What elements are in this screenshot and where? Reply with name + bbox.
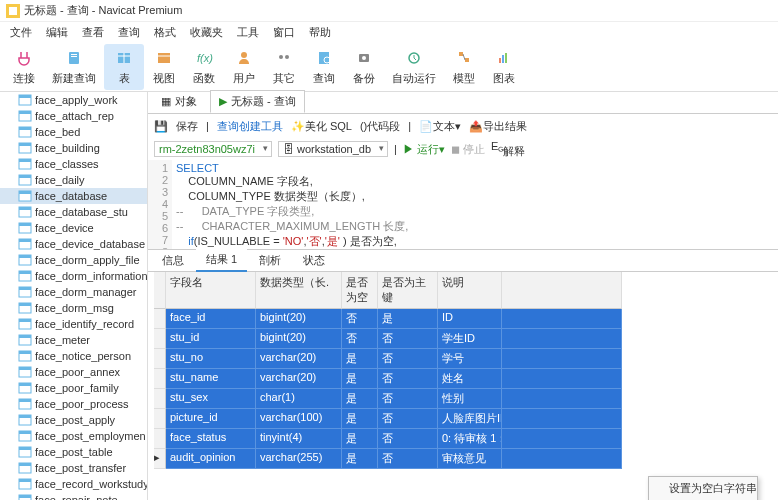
tool-other[interactable]: 其它: [264, 44, 304, 90]
col-header[interactable]: 说明: [438, 272, 502, 309]
run-button[interactable]: ▶ 运行▾: [403, 142, 445, 157]
grid-cell[interactable]: char(1): [256, 389, 342, 409]
tree-item[interactable]: face_device: [0, 220, 147, 236]
tree-item[interactable]: face_post_apply: [0, 412, 147, 428]
tab-profile[interactable]: 剖析: [249, 250, 291, 271]
col-header[interactable]: 是否为主键: [378, 272, 438, 309]
grid-cell[interactable]: 学号: [438, 349, 502, 369]
sql-editor[interactable]: 123456789 SELECT COLUMN_NAME 字段名, COLUMN…: [148, 160, 778, 250]
tree-item[interactable]: face_notice_person: [0, 348, 147, 364]
row-header[interactable]: [154, 389, 166, 409]
tree-item[interactable]: face_poor_process: [0, 396, 147, 412]
tree-item[interactable]: face_post_table: [0, 444, 147, 460]
row-header[interactable]: [154, 309, 166, 329]
menu-window[interactable]: 窗口: [267, 23, 301, 42]
tree-item[interactable]: face_classes: [0, 156, 147, 172]
tree-item[interactable]: face_database: [0, 188, 147, 204]
grid-cell[interactable]: stu_name: [166, 369, 256, 389]
grid-cell[interactable]: bigint(20): [256, 309, 342, 329]
grid-cell[interactable]: 是: [342, 349, 378, 369]
grid-cell[interactable]: 人脸库图片ID: [438, 409, 502, 429]
col-header[interactable]: 是否为空: [342, 272, 378, 309]
tab-objects[interactable]: ▦ 对象: [152, 90, 206, 113]
col-header[interactable]: 数据类型（长.: [256, 272, 342, 309]
menu-tools[interactable]: 工具: [231, 23, 265, 42]
tree-item[interactable]: face_post_employmen: [0, 428, 147, 444]
tree-item[interactable]: face_attach_rep: [0, 108, 147, 124]
menu-edit[interactable]: 编辑: [40, 23, 74, 42]
save-button[interactable]: 保存: [176, 119, 198, 134]
tool-user[interactable]: 用户: [224, 44, 264, 90]
grid-cell[interactable]: 是: [342, 369, 378, 389]
menu-help[interactable]: 帮助: [303, 23, 337, 42]
tool-query[interactable]: 查询: [304, 44, 344, 90]
tree-item[interactable]: face_identify_record: [0, 316, 147, 332]
row-header[interactable]: [154, 329, 166, 349]
tool-model[interactable]: 模型: [444, 44, 484, 90]
tree-item[interactable]: face_poor_family: [0, 380, 147, 396]
tree-item[interactable]: face_dorm_manager: [0, 284, 147, 300]
tab-query[interactable]: ▶ 无标题 - 查询: [210, 90, 305, 113]
grid-cell[interactable]: 否: [378, 349, 438, 369]
tool-view[interactable]: 视图: [144, 44, 184, 90]
tab-status[interactable]: 状态: [293, 250, 335, 271]
grid-cell[interactable]: 否: [342, 329, 378, 349]
grid-cell[interactable]: 否: [378, 389, 438, 409]
text-button[interactable]: 📄文本▾: [419, 119, 461, 134]
tool-sheet[interactable]: 新建查询: [44, 44, 104, 90]
grid-cell[interactable]: varchar(20): [256, 349, 342, 369]
grid-cell[interactable]: varchar(255): [256, 449, 342, 469]
grid-cell[interactable]: 审核意见: [438, 449, 502, 469]
database-combo[interactable]: 🗄 workstation_db: [278, 141, 388, 157]
tree-item[interactable]: face_daily: [0, 172, 147, 188]
tree-item[interactable]: face_dorm_information: [0, 268, 147, 284]
tree-item[interactable]: face_building: [0, 140, 147, 156]
sql-code[interactable]: SELECT COLUMN_NAME 字段名, COLUMN_TYPE 数据类型…: [172, 160, 420, 249]
menu-format[interactable]: 格式: [148, 23, 182, 42]
row-header[interactable]: [154, 429, 166, 449]
row-header[interactable]: ▸: [154, 449, 166, 469]
row-header[interactable]: [154, 369, 166, 389]
grid-cell[interactable]: face_status: [166, 429, 256, 449]
grid-cell[interactable]: 否: [378, 329, 438, 349]
tool-plug[interactable]: 连接: [4, 44, 44, 90]
tree-item[interactable]: face_device_database: [0, 236, 147, 252]
grid-cell[interactable]: tinyint(4): [256, 429, 342, 449]
menu-query[interactable]: 查询: [112, 23, 146, 42]
grid-cell[interactable]: 是: [378, 309, 438, 329]
grid-cell[interactable]: 姓名: [438, 369, 502, 389]
tree-item[interactable]: face_apply_work: [0, 92, 147, 108]
tree-item[interactable]: face_dorm_msg: [0, 300, 147, 316]
grid-cell[interactable]: picture_id: [166, 409, 256, 429]
grid-cell[interactable]: bigint(20): [256, 329, 342, 349]
tool-fx[interactable]: f(x)函数: [184, 44, 224, 90]
row-header[interactable]: [154, 349, 166, 369]
menu-file[interactable]: 文件: [4, 23, 38, 42]
grid-cell[interactable]: 是: [342, 429, 378, 449]
snippet-button[interactable]: ()代码段: [360, 119, 400, 134]
export-button[interactable]: 📤导出结果: [469, 119, 527, 134]
tree-item[interactable]: face_record_workstudy: [0, 476, 147, 492]
menu-view[interactable]: 查看: [76, 23, 110, 42]
col-header[interactable]: 字段名: [166, 272, 256, 309]
grid-cell[interactable]: stu_no: [166, 349, 256, 369]
grid-cell[interactable]: audit_opinion: [166, 449, 256, 469]
grid-cell[interactable]: stu_id: [166, 329, 256, 349]
grid-cell[interactable]: 性别: [438, 389, 502, 409]
tree-item[interactable]: face_poor_annex: [0, 364, 147, 380]
grid-cell[interactable]: 否: [378, 369, 438, 389]
grid-cell[interactable]: varchar(20): [256, 369, 342, 389]
tree-item[interactable]: face_repair_note: [0, 492, 147, 500]
menu-favorites[interactable]: 收藏夹: [184, 23, 229, 42]
tool-chart[interactable]: 图表: [484, 44, 524, 90]
grid-cell[interactable]: 否: [378, 449, 438, 469]
grid-cell[interactable]: 否: [378, 429, 438, 449]
connection-combo[interactable]: rm-2zetn83n05wz7i: [154, 141, 272, 157]
ctx-set-empty[interactable]: 设置为空白字符串: [649, 477, 757, 500]
tree-item[interactable]: face_bed: [0, 124, 147, 140]
grid-cell[interactable]: varchar(100): [256, 409, 342, 429]
grid-cell[interactable]: 否: [378, 409, 438, 429]
tree-item[interactable]: face_meter: [0, 332, 147, 348]
result-grid[interactable]: 字段名数据类型（长.是否为空是否为主键说明face_idbigint(20)否是…: [154, 272, 778, 469]
grid-cell[interactable]: ID: [438, 309, 502, 329]
